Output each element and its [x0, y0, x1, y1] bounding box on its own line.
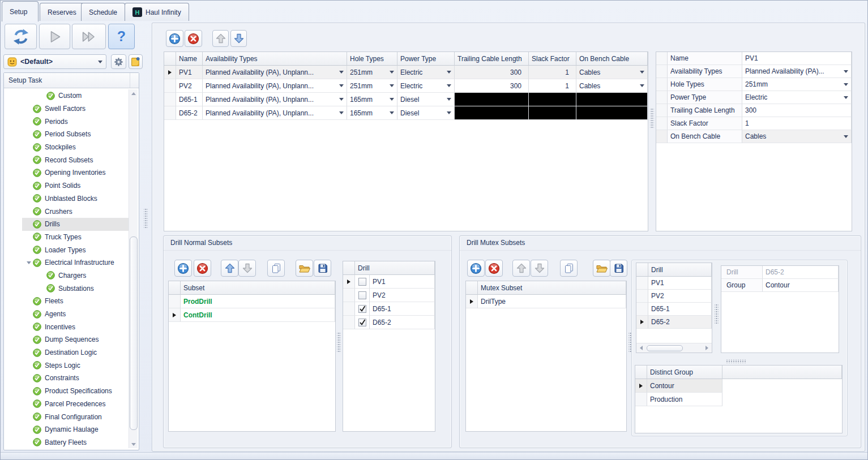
up-button[interactable]	[512, 260, 530, 277]
row-indicator[interactable]	[343, 275, 355, 289]
save-button[interactable]	[314, 260, 331, 277]
row-indicator[interactable]	[656, 91, 668, 104]
chevron-down-icon[interactable]	[339, 111, 344, 114]
delete-button[interactable]	[185, 30, 202, 47]
cell-hole-types[interactable]: 165mm	[347, 93, 397, 106]
tree-item-incentives[interactable]: Incentives	[5, 320, 129, 333]
mutex-drill-row-pv1[interactable]: PV1	[636, 277, 712, 290]
scroll-down-icon[interactable]	[129, 440, 138, 448]
cell-availability-types[interactable]: Planned Availability (PA), Unplann...	[203, 93, 347, 106]
checkbox-unchecked[interactable]	[358, 278, 366, 286]
cell-on-bench-cable-disabled[interactable]	[576, 106, 648, 120]
cell-drill-name[interactable]: PV2	[370, 289, 435, 302]
distinct-row-contour[interactable]: Contour	[635, 379, 842, 393]
row-indicator[interactable]	[635, 393, 647, 406]
add-button[interactable]	[174, 260, 192, 277]
tree-item-stockpiles[interactable]: Stockpiles	[5, 141, 129, 154]
cell-trailing-cable-length-disabled[interactable]	[455, 106, 529, 120]
subset-drill-row-d65-1[interactable]: D65-1	[343, 302, 435, 316]
property-value-hole-types[interactable]: 251mm	[742, 78, 852, 91]
cell-hole-types[interactable]: 165mm	[347, 106, 397, 120]
settings-button[interactable]	[111, 54, 126, 69]
chevron-down-icon[interactable]	[390, 71, 394, 74]
tree-item-drills[interactable]: Drills	[5, 218, 129, 231]
mutex-drill-splitter[interactable]	[715, 304, 719, 324]
chevron-down-icon[interactable]	[339, 71, 344, 74]
checkbox-unchecked[interactable]	[358, 291, 366, 299]
tree-item-period-subsets[interactable]: Period Subsets	[5, 128, 129, 141]
property-value-slack-factor[interactable]: 1	[742, 117, 852, 130]
row-indicator[interactable]	[636, 290, 648, 303]
cell-slack-factor[interactable]: 1	[529, 79, 576, 93]
tab-haul-infinity[interactable]: HHaul Infinity	[125, 3, 189, 21]
scroll-up-icon[interactable]	[129, 89, 138, 97]
cell-mutex-subset-name[interactable]: DrilType	[478, 295, 626, 308]
row-indicator[interactable]	[343, 302, 355, 316]
cell-name[interactable]: D65-1	[176, 93, 203, 106]
profile-dropdown[interactable]: <Default>	[3, 54, 106, 69]
detail-value-group[interactable]: Contour	[763, 279, 839, 292]
tree-item-substations[interactable]: Substations	[5, 282, 129, 295]
down-button[interactable]	[230, 30, 247, 47]
property-row-trailing-cable-length[interactable]: Trailing Cable Length300	[656, 104, 852, 117]
cell-blank[interactable]	[722, 379, 842, 393]
chevron-down-icon[interactable]	[447, 111, 451, 114]
checkbox-checked[interactable]	[358, 319, 366, 326]
row-indicator[interactable]	[636, 316, 648, 329]
subset-drill-row-pv2[interactable]: PV2	[343, 289, 435, 302]
delete-button[interactable]	[194, 260, 211, 277]
notes-button[interactable]	[129, 54, 143, 69]
tree-item-point-solids[interactable]: Point Solids	[5, 179, 129, 192]
tree-item-swell-factors[interactable]: Swell Factors	[5, 102, 129, 115]
tree-item-opening-inventories[interactable]: Opening Inventories	[5, 166, 129, 179]
property-row-power-type[interactable]: Power TypeElectric	[656, 91, 852, 104]
property-row-hole-types[interactable]: Hole Types251mm	[656, 78, 852, 91]
chevron-down-icon[interactable]	[844, 96, 848, 99]
drill-list-hscrollbar[interactable]	[636, 343, 712, 352]
copy-button[interactable]	[560, 260, 578, 277]
chevron-down-icon[interactable]	[447, 98, 451, 101]
tree-item-loader-types[interactable]: Loader Types	[5, 243, 129, 256]
cell-power-type[interactable]: Diesel	[397, 93, 455, 106]
row-indicator[interactable]	[636, 303, 648, 316]
cell-drill-name[interactable]: D65-2	[648, 316, 712, 329]
tree-item-dump-sequences[interactable]: Dump Sequences	[5, 333, 129, 346]
tree-item-truck-types[interactable]: Truck Types	[5, 231, 129, 244]
distinct-splitter[interactable]	[726, 359, 746, 363]
subset-drill-row-pv1[interactable]: PV1	[343, 275, 435, 289]
subset-drill-row-d65-2[interactable]: D65-2	[343, 316, 435, 329]
row-indicator[interactable]	[169, 308, 181, 322]
row-indicator[interactable]	[343, 316, 355, 329]
tree-item-agents[interactable]: Agents	[5, 308, 129, 321]
detail-row-drill[interactable]: DrillD65-2	[721, 266, 839, 279]
cell-blank[interactable]	[722, 393, 842, 406]
tab-reserves[interactable]: Reserves	[40, 3, 84, 21]
tab-schedule[interactable]: Schedule	[81, 3, 125, 21]
chevron-down-icon[interactable]	[640, 84, 644, 87]
mutex-drill-row-d65-2[interactable]: D65-2	[636, 316, 712, 329]
scroll-right-icon[interactable]	[703, 344, 711, 352]
add-button[interactable]	[467, 260, 485, 277]
refresh-button[interactable]	[5, 24, 37, 49]
tree-item-product-specifications[interactable]: Product Specifications	[5, 385, 129, 398]
cell-power-type[interactable]: Electric	[397, 79, 455, 93]
property-value-name[interactable]: PV1	[742, 52, 852, 65]
tree-item-chargers[interactable]: Chargers	[5, 269, 129, 282]
cell-drill-name[interactable]: D65-1	[370, 302, 435, 316]
property-row-slack-factor[interactable]: Slack Factor1	[656, 117, 852, 130]
cell-name[interactable]: PV2	[176, 79, 203, 93]
cell-power-type[interactable]: Diesel	[397, 106, 455, 120]
up-button[interactable]	[221, 260, 238, 277]
cell-checkbox[interactable]	[355, 316, 370, 329]
mutex-drill-row-pv2[interactable]: PV2	[636, 290, 712, 303]
cell-power-type[interactable]: Electric	[397, 66, 455, 79]
down-button[interactable]	[531, 260, 548, 277]
row-indicator[interactable]	[656, 65, 668, 78]
open-button[interactable]	[593, 260, 610, 277]
cell-slack-factor-disabled[interactable]	[529, 106, 576, 120]
row-indicator[interactable]	[164, 66, 176, 79]
chevron-down-icon[interactable]	[844, 70, 848, 73]
cell-checkbox[interactable]	[355, 289, 370, 302]
cell-slack-factor-disabled[interactable]	[529, 93, 576, 106]
detail-value-drill[interactable]: D65-2	[763, 266, 839, 279]
